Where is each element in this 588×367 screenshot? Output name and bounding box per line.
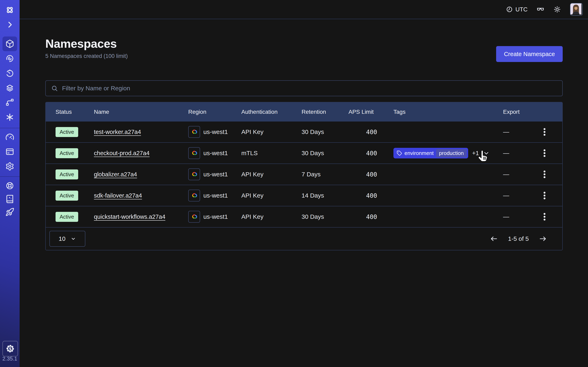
page-title: Namespaces	[45, 37, 128, 50]
sidebar-item-deployments[interactable]	[5, 83, 14, 92]
gauge-icon	[5, 133, 14, 142]
page-size-select[interactable]: 10	[49, 231, 85, 247]
namespaces-table: Status Name Region Authentication Retent…	[45, 102, 563, 250]
export-value: —	[503, 150, 509, 157]
temporal-logo-icon[interactable]	[5, 6, 14, 15]
retention-cell: 30 Days	[302, 213, 348, 220]
column-header-tags: Tags	[393, 109, 503, 115]
namespace-link[interactable]: checkout-prod.a27a4	[94, 150, 149, 157]
sidebar-item-getting-started[interactable]	[5, 208, 14, 217]
row-menu-button[interactable]	[542, 127, 547, 137]
namespace-link[interactable]: test-worker.a27a4	[94, 129, 141, 135]
main-content: Namespaces 5 Namespaces created (100 lim…	[20, 20, 588, 250]
auth-cell: API Key	[241, 171, 302, 178]
tags-cell: environment production +1	[393, 148, 503, 158]
timezone-label: UTC	[515, 6, 527, 13]
auth-cell: API Key	[241, 192, 302, 199]
status-badge: Active	[56, 212, 78, 222]
row-menu-button[interactable]	[542, 211, 547, 222]
glasses-icon	[536, 6, 544, 13]
retention-cell: 14 Days	[302, 192, 348, 199]
export-value: —	[503, 192, 509, 199]
column-header-region: Region	[188, 109, 241, 115]
table-row: Active test-worker.a27a4 us-west1 API Ke…	[46, 122, 562, 143]
sidebar-item-namespaces[interactable]	[5, 39, 14, 48]
export-cell: —	[503, 148, 562, 158]
sidebar-item-support[interactable]	[5, 181, 14, 190]
tags-expand-chevron-icon[interactable]	[483, 150, 490, 156]
namespace-link[interactable]: sdk-failover.a27a4	[94, 192, 142, 199]
export-cell: —	[503, 190, 562, 201]
aps-limit-cell: 400	[348, 150, 393, 157]
status-badge: Active	[56, 127, 78, 137]
column-header-export: Export	[503, 109, 562, 115]
export-value: —	[503, 128, 509, 135]
google-cloud-icon	[188, 147, 200, 159]
region-label: us-west1	[203, 150, 228, 157]
tag-key: environment	[405, 150, 434, 156]
previous-page-button[interactable]	[489, 234, 499, 244]
svg-text:$: $	[9, 346, 11, 351]
column-header-authentication: Authentication	[241, 109, 302, 115]
column-header-name: Name	[94, 109, 188, 115]
row-menu-button[interactable]	[542, 169, 547, 180]
auth-cell: mTLS	[241, 150, 302, 157]
sidebar-expand-button[interactable]	[5, 20, 14, 29]
tags-more-count[interactable]: +1	[472, 150, 479, 157]
tag-value: production	[436, 149, 467, 157]
filter-bar	[45, 80, 563, 96]
sidebar-item-schedules[interactable]	[5, 69, 14, 78]
sidebar-item-usage[interactable]	[5, 133, 14, 142]
page-subtitle: 5 Namespaces created (100 limit)	[45, 53, 128, 59]
create-namespace-button[interactable]: Create Namespace	[496, 46, 563, 62]
aps-limit-cell: 400	[348, 213, 393, 220]
status-badge: Active	[56, 169, 78, 179]
google-cloud-icon	[188, 190, 200, 201]
clock-icon	[506, 6, 513, 13]
docs-book-icon	[5, 194, 14, 203]
dollar-badge-icon: $	[6, 344, 15, 353]
next-page-button[interactable]	[538, 234, 548, 244]
billing-card-icon	[5, 147, 14, 156]
sidebar-item-nexus[interactable]	[5, 98, 14, 107]
export-value: —	[503, 213, 509, 220]
sun-icon	[553, 6, 561, 13]
user-avatar[interactable]	[570, 3, 583, 16]
namespace-link[interactable]: quickstart-workflows.a27a4	[94, 213, 165, 220]
row-menu-button[interactable]	[542, 190, 547, 201]
pagination: 1-5 of 5	[489, 234, 548, 244]
lifebuoy-icon	[5, 181, 14, 190]
region-label: us-west1	[203, 128, 228, 135]
google-cloud-icon	[188, 168, 200, 180]
kebab-icon	[543, 212, 546, 221]
namespace-link[interactable]: globalizer.a27a4	[94, 171, 137, 178]
billing-plan-button[interactable]: $	[2, 341, 18, 356]
filter-input[interactable]	[62, 85, 562, 92]
table-row: Active quickstart-workflows.a27a4 us-wes…	[46, 206, 562, 227]
status-badge: Active	[56, 191, 78, 201]
sidebar-item-batch-operations[interactable]	[5, 113, 14, 122]
sidebar-item-settings[interactable]	[5, 162, 14, 171]
arrow-left-icon	[490, 235, 498, 243]
region-cell: us-west1	[188, 168, 241, 180]
sidebar-item-docs[interactable]	[5, 194, 14, 203]
theme-toggle[interactable]	[553, 6, 561, 13]
tag-pill[interactable]: environment production	[393, 148, 468, 158]
kebab-icon	[543, 170, 546, 179]
search-icon	[51, 85, 58, 92]
row-menu-button[interactable]	[542, 148, 547, 158]
sidebar-item-billing[interactable]	[5, 147, 14, 156]
aps-limit-cell: 400	[348, 128, 393, 136]
timezone-selector[interactable]: UTC	[506, 6, 527, 13]
table-row: Active sdk-failover.a27a4 us-west1 API K…	[46, 185, 562, 206]
layers-icon	[5, 83, 14, 92]
labs-mode-toggle[interactable]	[536, 6, 544, 13]
retention-cell: 7 Days	[302, 171, 348, 178]
cube-icon	[5, 39, 14, 48]
auth-cell: API Key	[241, 213, 302, 220]
column-header-aps-limit: APS Limit	[348, 109, 393, 115]
branch-icon	[5, 98, 14, 107]
region-cell: us-west1	[188, 190, 241, 201]
region-label: us-west1	[203, 171, 228, 178]
sidebar-item-monitoring[interactable]	[5, 54, 14, 63]
